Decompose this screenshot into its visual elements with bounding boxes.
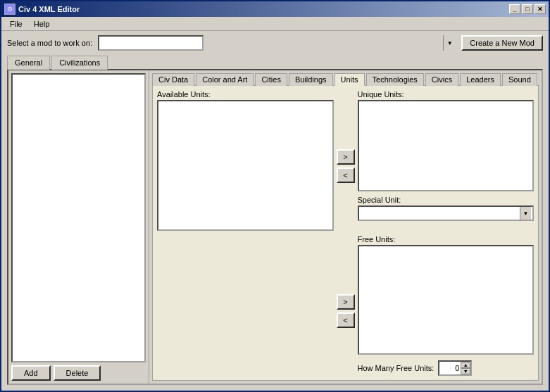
tab-general[interactable]: General <box>7 56 50 70</box>
spinner-up-button[interactable]: ▲ <box>461 362 470 368</box>
outer-tabs: General Civilizations <box>1 55 549 69</box>
toolbar: Select a mod to work on: ▼ Create a New … <box>1 31 549 55</box>
main-content: Add Delete Civ Data Color and Art Cities… <box>7 69 543 385</box>
civilizations-list[interactable] <box>11 73 146 362</box>
unique-units-label: Unique Units: <box>358 90 535 99</box>
title-bar: ⚙ Civ 4 XML Editor _ □ ✕ <box>1 1 549 17</box>
how-many-spinner: ▲ ▼ <box>438 360 472 376</box>
maximize-button[interactable]: □ <box>522 4 533 14</box>
unique-units-container: Unique Units: <box>358 90 535 191</box>
app-icon: ⚙ <box>4 4 15 15</box>
title-buttons: _ □ ✕ <box>509 4 546 14</box>
free-units-arrows: > < <box>337 235 355 376</box>
available-units-list[interactable] <box>157 100 334 231</box>
tab-color-and-art[interactable]: Color and Art <box>196 73 254 86</box>
tab-technologies[interactable]: Technologies <box>366 73 424 86</box>
move-unit-left-button[interactable]: < <box>337 167 355 183</box>
tab-units[interactable]: Units <box>335 73 365 86</box>
right-panel: Civ Data Color and Art Cities Buildings … <box>149 70 542 384</box>
unique-units-section: Unique Units: Special Unit: ▼ <box>358 90 535 231</box>
move-unit-right-button[interactable]: > <box>337 149 355 165</box>
window-title: Civ 4 XML Editor <box>18 5 80 13</box>
special-unit-label: Special Unit: <box>358 196 535 204</box>
menu-file[interactable]: File <box>4 18 28 30</box>
tab-buildings[interactable]: Buildings <box>289 73 333 86</box>
free-units-spacer <box>157 235 334 376</box>
how-many-row: How Many Free Units: ▲ ▼ <box>358 360 535 376</box>
close-button[interactable]: ✕ <box>535 4 546 14</box>
tab-sound[interactable]: Sound <box>502 73 537 86</box>
special-unit-section: Special Unit: ▼ <box>358 196 535 221</box>
units-tab-content: Available Units: > < Unique Units: <box>152 85 539 381</box>
mod-select-arrow-icon[interactable]: ▼ <box>443 35 456 51</box>
free-units-label: Free Units: <box>358 235 535 244</box>
available-units-section: Available Units: <box>157 90 334 231</box>
mod-select-input[interactable] <box>98 35 204 51</box>
free-units-row: > < Free Units: How Many Free Units: <box>157 235 534 376</box>
units-arrows: > < <box>337 90 355 231</box>
main-window: ⚙ Civ 4 XML Editor _ □ ✕ File Help Selec… <box>0 0 550 392</box>
how-many-label: How Many Free Units: <box>358 364 435 372</box>
tab-civilizations[interactable]: Civilizations <box>51 56 108 70</box>
move-free-unit-left-button[interactable]: < <box>337 312 355 328</box>
menu-help[interactable]: Help <box>28 18 56 30</box>
menu-bar: File Help <box>1 17 549 31</box>
free-units-section: Free Units: How Many Free Units: ▲ ▼ <box>358 235 535 376</box>
tab-cities[interactable]: Cities <box>255 73 287 86</box>
how-many-input[interactable] <box>439 362 461 374</box>
move-free-unit-right-button[interactable]: > <box>337 294 355 310</box>
special-unit-select[interactable]: ▼ <box>358 206 535 221</box>
spinner-buttons: ▲ ▼ <box>461 362 470 374</box>
free-units-container: Free Units: <box>358 235 535 355</box>
special-unit-dropdown-icon[interactable]: ▼ <box>520 207 531 220</box>
tab-leaders[interactable]: Leaders <box>460 73 501 86</box>
left-panel-buttons: Add Delete <box>11 362 146 381</box>
create-new-mod-button[interactable]: Create a New Mod <box>461 35 543 51</box>
tab-civ-data[interactable]: Civ Data <box>152 73 194 86</box>
minimize-button[interactable]: _ <box>509 4 520 14</box>
mod-select-wrapper: ▼ <box>98 35 456 51</box>
inner-tabs: Civ Data Color and Art Cities Buildings … <box>152 73 539 85</box>
available-units-label: Available Units: <box>157 90 334 99</box>
free-units-list[interactable] <box>358 245 535 355</box>
spinner-down-button[interactable]: ▼ <box>461 368 470 374</box>
left-panel: Add Delete <box>8 70 149 384</box>
tab-civics[interactable]: Civics <box>425 73 458 86</box>
unique-units-list[interactable] <box>358 100 535 191</box>
title-bar-left: ⚙ Civ 4 XML Editor <box>4 4 80 15</box>
delete-button[interactable]: Delete <box>54 365 101 381</box>
select-mod-label: Select a mod to work on: <box>7 39 92 47</box>
add-button[interactable]: Add <box>11 365 51 381</box>
